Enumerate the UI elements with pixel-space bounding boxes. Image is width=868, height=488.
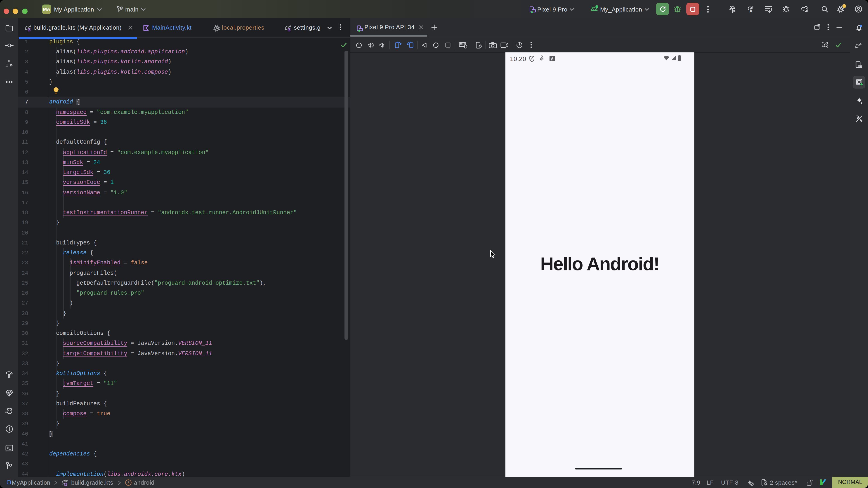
- svg-text:A: A: [551, 57, 553, 61]
- svg-text:λ: λ: [127, 480, 129, 485]
- svg-text:A: A: [749, 8, 752, 13]
